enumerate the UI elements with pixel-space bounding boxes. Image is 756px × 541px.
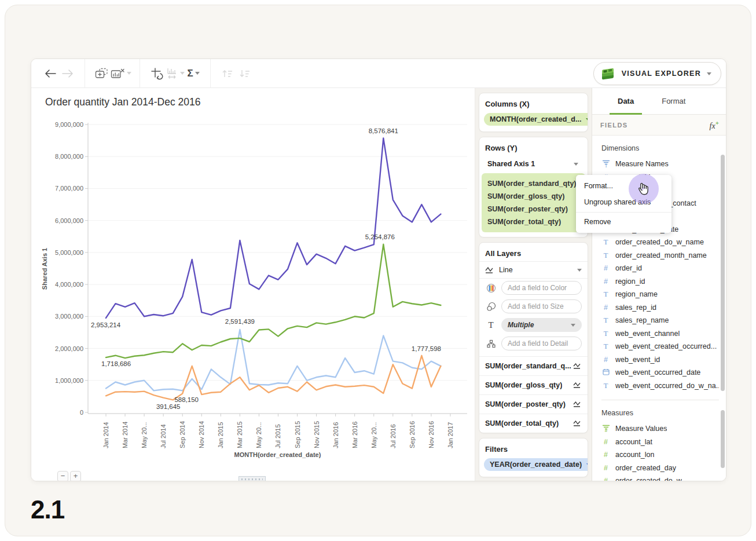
shared-axis-field-list: SUM(order_standard_qty)SUM(order_gloss_q…: [482, 173, 585, 232]
size-encoding-row: Add a field to Size: [479, 297, 588, 316]
rows-field-pill[interactable]: SUM(order_poster_qty): [485, 203, 582, 215]
columns-field-label: MONTH(order_created_d...: [490, 115, 581, 123]
sort-ascending-button[interactable]: [219, 64, 236, 83]
measure-item[interactable]: #order_created_do_w: [601, 474, 719, 481]
dimension-item[interactable]: #web_event_id: [601, 353, 719, 367]
line-chart-icon: [573, 420, 582, 427]
dimension-item[interactable]: #sales_rep_id: [601, 301, 719, 315]
chart-type-button[interactable]: [166, 64, 185, 83]
y-tick-label: 8,000,000: [55, 153, 83, 160]
detail-field-input[interactable]: Add a field to Detail: [501, 337, 582, 350]
context-menu-item-remove[interactable]: Remove: [576, 212, 671, 230]
columns-field-pill[interactable]: MONTH(order_created_d...: [484, 113, 588, 126]
measure-values-icon: #: [601, 424, 610, 434]
rows-field-pill[interactable]: SUM(order_standard_qty): [485, 177, 582, 190]
x-tick-label: May 20...: [370, 422, 377, 448]
zoom-out-button[interactable]: −: [57, 471, 68, 481]
dimension-item[interactable]: Tweb_event_created_occurred...: [601, 340, 719, 353]
layer-label: SUM(order_gloss_qty): [485, 381, 562, 389]
context-menu-item-ungroup-shared-axis[interactable]: Ungroup shared axis: [576, 194, 671, 210]
chevron-down-icon: [195, 72, 200, 75]
dimension-item[interactable]: Tsales_rep_name: [601, 314, 719, 327]
rows-field-pill[interactable]: SUM(order_gloss_qty): [485, 190, 582, 203]
chart-type-select[interactable]: Line: [479, 261, 588, 279]
field-label: region_name: [615, 290, 658, 298]
shared-axis-dropdown[interactable]: Shared Axis 1: [483, 157, 584, 171]
filters-panel: Filters YEAR(order_created_date): [479, 438, 588, 477]
field-label: sales_rep_name: [615, 316, 669, 324]
data-label: 1,777,598: [412, 345, 441, 352]
remove-layer-button[interactable]: [111, 64, 131, 83]
dimension-item[interactable]: Torder_created_do_w_name: [601, 236, 719, 249]
dimension-item[interactable]: Tweb_event_occurred_do_w_na...: [601, 379, 719, 393]
cursor-highlight: [629, 174, 659, 204]
resize-grip-handle[interactable]: [238, 476, 266, 481]
measure-item[interactable]: #order_created_day: [601, 462, 719, 475]
dimension-item[interactable]: Tregion_name: [601, 288, 719, 301]
layer-row[interactable]: SUM(order_gloss_qty): [479, 375, 588, 394]
text-label-icon: T: [485, 320, 497, 330]
layer-label: SUM(order_poster_qty): [485, 400, 566, 408]
layer-row[interactable]: SUM(order_standard_q...: [479, 356, 588, 375]
line-chart-icon: [485, 266, 494, 274]
detail-encoding-row: Add a field to Detail: [479, 334, 588, 353]
dimensions-scrollbar[interactable]: [721, 155, 725, 391]
measure-item[interactable]: #Measure Values: [601, 422, 719, 436]
field-label: order_created_month_name: [615, 251, 707, 259]
x-tick-label: Nov 2016: [428, 421, 435, 448]
forward-button[interactable]: [59, 64, 76, 83]
remove-layer-icon: [111, 68, 125, 79]
swap-axes-button[interactable]: [148, 64, 166, 83]
layer-row[interactable]: SUM(order_poster_qty): [479, 394, 588, 414]
field-label: order_created_day: [615, 464, 676, 472]
back-button[interactable]: [42, 64, 59, 83]
chevron-down-icon: [707, 72, 711, 75]
line-chart-icon: [573, 363, 582, 370]
x-tick-label: Jul 2015: [274, 424, 281, 448]
filters-panel-title: Filters: [479, 438, 588, 457]
aggregate-button[interactable]: Σ: [185, 64, 202, 83]
rows-panel-title: Rows (Y): [479, 137, 588, 156]
layer-row[interactable]: SUM(order_total_qty): [479, 414, 588, 433]
dimension-item[interactable]: web_event_occurred_date: [601, 366, 719, 379]
field-label: sales_rep_id: [615, 304, 656, 312]
text-field-icon: T: [601, 252, 610, 259]
label-encoding-row: T Multiple: [479, 316, 588, 334]
field-label: Measure Values: [615, 425, 667, 433]
x-axis-title: MONTH(order_created_date): [234, 451, 321, 458]
dimension-item[interactable]: TMeasure Names: [601, 158, 719, 171]
duplicate-layer-button[interactable]: [93, 64, 111, 83]
sort-descending-button[interactable]: [236, 64, 254, 83]
measure-item[interactable]: #account_lat: [601, 436, 719, 449]
sort-descending-icon: [238, 68, 251, 79]
label-field-select[interactable]: Multiple: [501, 318, 582, 332]
zoom-in-button[interactable]: +: [70, 471, 81, 481]
x-tick-label: Sep 2016: [409, 421, 416, 448]
tab-data[interactable]: Data: [618, 88, 634, 114]
detail-icon: [485, 339, 497, 348]
columns-panel: Columns (X) MONTH(order_created_d...: [479, 93, 588, 132]
text-field-icon: T: [601, 291, 610, 298]
data-label: 1,718,686: [101, 360, 131, 367]
measure-item[interactable]: #account_lon: [601, 448, 719, 462]
number-field-icon: #: [601, 278, 610, 286]
svg-text:T: T: [604, 163, 607, 168]
filter-field-pill[interactable]: YEAR(order_created_date): [484, 458, 588, 471]
series-line: [106, 244, 441, 358]
dimension-item[interactable]: Torder_created_month_name: [601, 249, 719, 262]
color-field-input[interactable]: Add a field to Color: [501, 281, 582, 295]
fields-sidebar: Data Format FIELDS fx+ Dimensions TMeasu…: [592, 88, 726, 481]
chevron-down-icon: [577, 269, 582, 272]
number-field-icon: #: [601, 465, 610, 472]
measures-scrollbar[interactable]: [721, 410, 725, 468]
add-calculated-field-icon[interactable]: fx+: [710, 119, 719, 131]
tab-format[interactable]: Format: [662, 88, 685, 114]
chevron-down-icon: [127, 72, 131, 75]
visual-explorer-button[interactable]: VISUAL EXPLORER: [593, 62, 721, 85]
rows-field-pill[interactable]: SUM(order_total_qty): [485, 215, 582, 228]
text-field-icon: T: [601, 382, 610, 390]
dimension-item[interactable]: #order_id: [601, 262, 719, 275]
dimension-item[interactable]: Tweb_event_channel: [601, 327, 719, 341]
size-field-input[interactable]: Add a field to Size: [501, 299, 582, 313]
dimension-item[interactable]: #region_id: [601, 275, 719, 288]
